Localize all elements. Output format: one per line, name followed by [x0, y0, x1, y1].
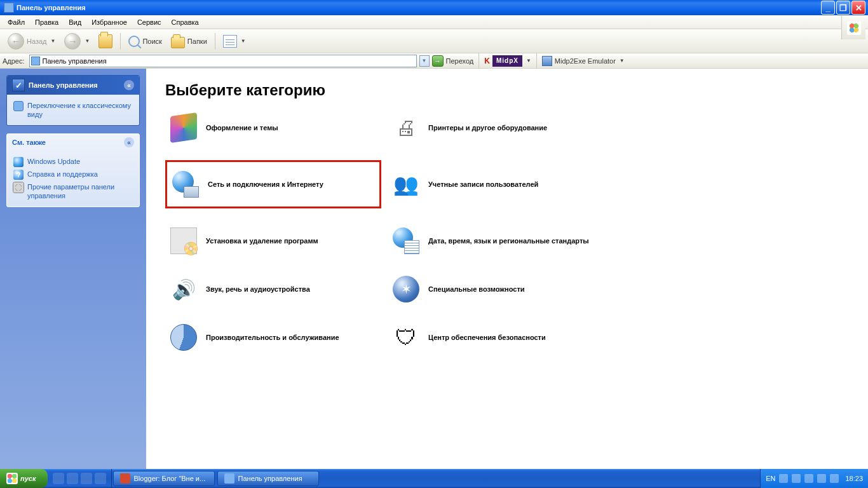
category-printers[interactable]: Принтеры и другое оборудование: [388, 112, 616, 144]
quick-launch-icon[interactable]: [53, 473, 64, 484]
menu-file[interactable]: Файл: [3, 17, 30, 27]
see-also-title: См. также: [12, 139, 46, 146]
minimize-button[interactable]: _: [821, 1, 835, 15]
views-dropdown-icon: ▼: [241, 38, 246, 44]
collapse-icon[interactable]: «: [124, 137, 134, 147]
other-settings-link[interactable]: Прочие параметры панели управления: [13, 181, 133, 201]
folders-icon: [171, 37, 185, 48]
task-pane: ✓ Панель управления « Переключение к кла…: [0, 69, 146, 469]
collapse-icon[interactable]: «: [124, 80, 134, 90]
category-appearance[interactable]: Оформление и темы: [165, 112, 381, 144]
see-also-header[interactable]: См. также «: [7, 134, 139, 151]
shield-icon: [393, 324, 419, 351]
forward-dropdown-icon[interactable]: ▼: [85, 38, 90, 44]
help-support-label: Справка и поддержка: [27, 170, 98, 179]
category-date-time[interactable]: Дата, время, язык и региональные стандар…: [388, 225, 616, 257]
tray-icon[interactable]: [804, 474, 813, 483]
category-label: Специальные возможности: [428, 285, 525, 293]
menu-help[interactable]: Справка: [166, 17, 204, 27]
category-add-remove[interactable]: Установка и удаление программ: [165, 225, 381, 257]
back-dropdown-icon[interactable]: ▼: [51, 38, 56, 44]
category-security[interactable]: Центр обеспечения безопасности: [388, 322, 616, 353]
system-tray: EN 18:23: [760, 469, 868, 488]
tray-icon[interactable]: [779, 474, 788, 483]
toolbar-separator: [215, 33, 215, 50]
toolbar-separator: [478, 53, 479, 69]
category-network[interactable]: Сеть и подключения к Интернету: [165, 160, 381, 208]
back-button[interactable]: ← Назад ▼: [4, 31, 59, 51]
go-button-label[interactable]: Переход: [446, 57, 474, 65]
up-button[interactable]: [95, 32, 116, 50]
control-panel-icon: [31, 57, 40, 65]
search-icon: [128, 36, 140, 47]
see-also-section: См. также « Windows Update ? Справка и п…: [6, 133, 140, 207]
address-value: Панель управления: [43, 57, 107, 65]
menu-view[interactable]: Вид: [64, 17, 86, 27]
taskbar-item-control-panel[interactable]: Панель управления: [217, 471, 319, 486]
help-icon: ?: [13, 170, 24, 180]
menu-favorites[interactable]: Избранное: [86, 17, 132, 27]
search-button[interactable]: Поиск: [125, 34, 165, 49]
midpx-dropdown-icon[interactable]: ▼: [526, 58, 531, 64]
other-settings-label: Прочие параметры панели управления: [27, 182, 133, 200]
switch-to-classic-link[interactable]: Переключение к классическому виду: [13, 100, 133, 120]
address-label: Адрес:: [3, 57, 27, 65]
taskbar-item-blogger[interactable]: Blogger: Блог "Вне и...: [113, 471, 215, 486]
category-label: Установка и удаление программ: [206, 237, 318, 245]
close-button[interactable]: ✕: [851, 1, 865, 15]
taskbar: пуск Blogger: Блог "Вне и... Панель упра…: [0, 469, 868, 488]
category-label: Дата, время, язык и региональные стандар…: [428, 237, 589, 245]
category-label: Принтеры и другое оборудование: [428, 124, 547, 132]
folders-label: Папки: [187, 37, 207, 45]
checkmark-icon: ✓: [12, 79, 25, 92]
control-panel-section-header[interactable]: ✓ Панель управления «: [7, 76, 139, 95]
windows-update-label: Windows Update: [27, 157, 80, 166]
quick-launch-icon[interactable]: [95, 473, 106, 484]
quick-launch: [48, 469, 112, 488]
users-icon: [393, 171, 419, 198]
back-arrow-icon: ←: [8, 33, 24, 50]
language-indicator[interactable]: EN: [766, 475, 775, 482]
windows-logo-icon: [847, 21, 861, 35]
folder-up-icon: [98, 34, 112, 48]
midpx-logo-letter: K: [484, 57, 490, 65]
category-accessibility[interactable]: ✶ Специальные возможности: [388, 273, 616, 305]
search-label: Поиск: [142, 37, 161, 45]
control-panel-icon: [4, 3, 14, 13]
quick-launch-icon[interactable]: [67, 473, 78, 484]
start-button[interactable]: пуск: [0, 469, 48, 488]
windows-flag-throbber: [841, 16, 865, 39]
forward-button[interactable]: → ▼: [60, 31, 93, 51]
taskbar-item-label: Панель управления: [238, 475, 302, 482]
address-input[interactable]: Панель управления: [29, 55, 417, 67]
tray-icon[interactable]: [792, 474, 801, 483]
back-label: Назад: [27, 37, 47, 45]
opera-icon: [120, 473, 130, 484]
views-icon: [223, 35, 237, 48]
taskbar-item-label: Blogger: Блог "Вне и...: [134, 475, 206, 482]
category-users[interactable]: Учетные записи пользователей: [388, 160, 616, 208]
midpx-toolbar-button[interactable]: MidpX: [492, 55, 522, 67]
category-sound[interactable]: Звук, речь и аудиоустройства: [165, 273, 381, 305]
views-button[interactable]: ▼: [219, 33, 250, 50]
go-button-icon[interactable]: →: [432, 55, 444, 67]
quick-launch-icon[interactable]: [81, 473, 92, 484]
tray-icon[interactable]: [817, 474, 826, 483]
category-label: Учетные записи пользователей: [428, 180, 538, 188]
emulator-button[interactable]: Midp2Exe Emulator: [555, 57, 616, 65]
control-panel-icon: [224, 473, 234, 484]
menu-tools[interactable]: Сервис: [132, 17, 166, 27]
address-dropdown-button[interactable]: ▼: [419, 55, 430, 67]
windows-update-link[interactable]: Windows Update: [13, 156, 133, 168]
clock[interactable]: 18:23: [845, 475, 863, 482]
volume-icon[interactable]: [830, 474, 839, 483]
category-performance[interactable]: Производительность и обслуживание: [165, 322, 381, 353]
date-time-icon: [393, 227, 419, 254]
folders-button[interactable]: Папки: [167, 32, 211, 50]
help-support-link[interactable]: ? Справка и поддержка: [13, 168, 133, 181]
content-area: Выберите категорию Оформление и темы При…: [146, 69, 868, 469]
category-label: Центр обеспечения безопасности: [428, 334, 546, 341]
menu-edit[interactable]: Правка: [30, 17, 64, 27]
emulator-dropdown-icon[interactable]: ▼: [620, 58, 625, 64]
maximize-button[interactable]: ❐: [836, 1, 850, 15]
